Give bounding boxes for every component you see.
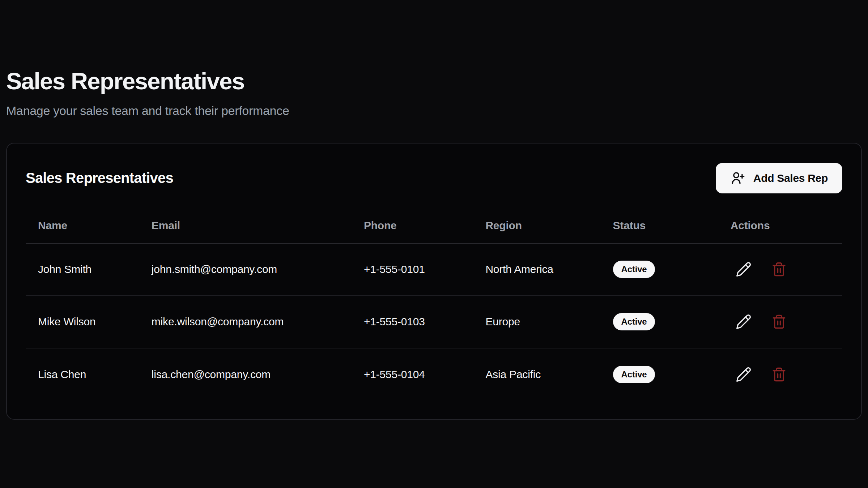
page: Sales Representatives Manage your sales …: [0, 0, 868, 488]
cell-actions: [718, 296, 842, 348]
row-actions: [731, 256, 842, 282]
cell-name: Mike Wilson: [26, 296, 139, 348]
cell-phone: +1-555-0104: [352, 348, 473, 401]
status-badge: Active: [613, 261, 655, 278]
edit-button[interactable]: [731, 309, 757, 335]
table-row: Mike Wilson mike.wilson@company.com +1-5…: [26, 296, 842, 348]
cell-status: Active: [601, 243, 718, 296]
cell-phone: +1-555-0103: [352, 296, 473, 348]
edit-button[interactable]: [731, 256, 757, 282]
add-sales-rep-label: Add Sales Rep: [753, 172, 828, 184]
edit-button[interactable]: [731, 361, 757, 388]
table-row: Lisa Chen lisa.chen@company.com +1-555-0…: [26, 348, 842, 401]
column-header-status: Status: [601, 209, 718, 243]
page-title: Sales Representatives: [6, 0, 862, 95]
card-title: Sales Representatives: [26, 170, 173, 186]
cell-email: john.smith@company.com: [139, 243, 352, 296]
cell-region: Europe: [473, 296, 600, 348]
row-actions: [731, 309, 842, 335]
cell-email: lisa.chen@company.com: [139, 348, 352, 401]
table-row: John Smith john.smith@company.com +1-555…: [26, 243, 842, 296]
cell-region: Asia Pacific: [473, 348, 600, 401]
table-header-row: Name Email Phone Region Status Actions: [26, 209, 842, 243]
pencil-icon: [736, 314, 752, 330]
cell-actions: [718, 243, 842, 296]
row-actions: [731, 361, 842, 388]
cell-actions: [718, 348, 842, 401]
column-header-email: Email: [139, 209, 352, 243]
cell-phone: +1-555-0101: [352, 243, 473, 296]
trash-icon: [771, 262, 787, 277]
cell-status: Active: [601, 296, 718, 348]
delete-button[interactable]: [766, 256, 792, 282]
trash-icon: [771, 314, 787, 329]
card-body: Name Email Phone Region Status Actions J…: [7, 209, 861, 419]
column-header-name: Name: [26, 209, 139, 243]
delete-button[interactable]: [766, 309, 792, 335]
card-header: Sales Representatives Add Sales Rep: [7, 144, 861, 209]
cell-email: mike.wilson@company.com: [139, 296, 352, 348]
pencil-icon: [736, 367, 752, 382]
cell-name: Lisa Chen: [26, 348, 139, 401]
cell-status: Active: [601, 348, 718, 401]
add-sales-rep-button[interactable]: Add Sales Rep: [716, 163, 842, 193]
status-badge: Active: [613, 313, 655, 330]
status-badge: Active: [613, 366, 655, 383]
sales-reps-table: Name Email Phone Region Status Actions J…: [26, 209, 842, 401]
sales-reps-card: Sales Representatives Add Sales Rep: [6, 143, 862, 420]
cell-region: North America: [473, 243, 600, 296]
pencil-icon: [736, 261, 752, 277]
user-plus-icon: [730, 171, 745, 186]
page-subtitle: Manage your sales team and track their p…: [6, 103, 862, 118]
column-header-phone: Phone: [352, 209, 473, 243]
delete-button[interactable]: [766, 361, 792, 388]
column-header-actions: Actions: [718, 209, 842, 243]
column-header-region: Region: [473, 209, 600, 243]
trash-icon: [771, 367, 787, 382]
cell-name: John Smith: [26, 243, 139, 296]
